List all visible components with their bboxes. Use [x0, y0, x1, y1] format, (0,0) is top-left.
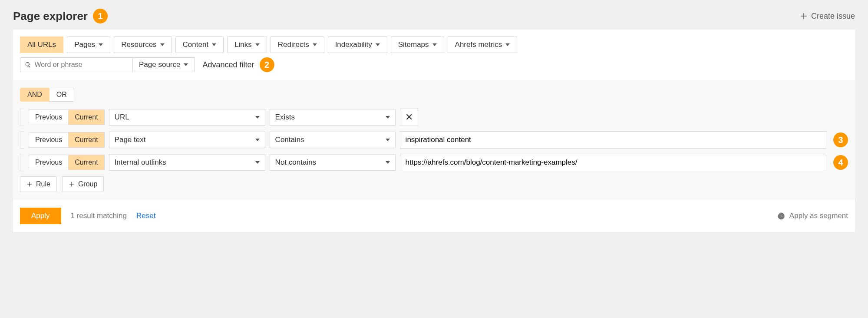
filter-builder: AND OR Previous Current URL Exists — [13, 80, 855, 200]
annotation-wrap-4: 4 — [831, 155, 848, 170]
annotation-3: 3 — [833, 132, 848, 147]
chevron-down-icon — [386, 116, 390, 119]
tab-sitemaps-label: Sitemaps — [398, 40, 429, 49]
current-button[interactable]: Current — [69, 155, 104, 170]
prev-button[interactable]: Previous — [29, 155, 69, 170]
value-input-2[interactable] — [400, 131, 826, 149]
chevron-down-icon — [99, 43, 103, 46]
operator-select-1[interactable]: Exists — [270, 109, 396, 126]
current-button[interactable]: Current — [69, 109, 104, 125]
reset-link[interactable]: Reset — [136, 212, 155, 220]
search-icon — [25, 61, 31, 68]
logic-toggle: AND OR — [20, 88, 848, 102]
add-group-label: Group — [78, 180, 97, 188]
create-issue-label: Create issue — [811, 12, 855, 21]
pie-chart-icon — [777, 212, 785, 220]
advanced-filter-wrap: Advanced filter 2 — [202, 57, 274, 72]
tab-sitemaps[interactable]: Sitemaps — [391, 36, 444, 53]
chevron-down-icon — [160, 43, 165, 46]
rule-row-3: Previous Current Internal outlinks Not c… — [20, 154, 848, 171]
result-count: 1 result matching — [71, 212, 127, 220]
operator-select-2[interactable]: Contains — [270, 132, 396, 148]
prev-current-toggle: Previous Current — [29, 109, 105, 125]
tab-all-urls-label: All URLs — [27, 40, 56, 49]
apply-as-segment-label: Apply as segment — [789, 212, 848, 220]
prev-button[interactable]: Previous — [29, 109, 69, 125]
tab-resources[interactable]: Resources — [114, 36, 172, 53]
apply-as-segment-button[interactable]: Apply as segment — [777, 212, 848, 220]
chevron-down-icon — [376, 43, 380, 46]
page-source-label: Page source — [139, 60, 180, 69]
tab-pages-label: Pages — [74, 40, 95, 49]
chevron-down-icon — [255, 43, 260, 46]
search-input-wrap — [20, 57, 133, 72]
search-row: Page source Advanced filter 2 — [13, 57, 855, 80]
operator-select-2-label: Contains — [275, 136, 304, 144]
advanced-filter-link[interactable]: Advanced filter — [202, 60, 254, 70]
tab-links[interactable]: Links — [227, 36, 267, 53]
title-wrap: Page explorer 1 — [13, 9, 108, 23]
rule-bracket — [20, 131, 24, 149]
operator-select-1-label: Exists — [275, 113, 295, 122]
plus-icon — [69, 181, 75, 187]
prev-current-toggle: Previous Current — [29, 132, 105, 148]
create-issue-button[interactable]: Create issue — [800, 12, 855, 21]
chevron-down-icon — [184, 63, 188, 66]
rule-bracket — [20, 154, 24, 171]
main-panel: All URLs Pages Resources Content Links R… — [13, 30, 855, 232]
search-input[interactable] — [34, 61, 128, 69]
tab-content[interactable]: Content — [175, 36, 224, 53]
chevron-down-icon — [255, 116, 260, 119]
add-rule-label: Rule — [36, 180, 50, 188]
field-select-2-label: Page text — [115, 136, 146, 144]
add-rule-button[interactable]: Rule — [20, 176, 57, 192]
field-select-1-label: URL — [115, 113, 129, 122]
filter-tabs: All URLs Pages Resources Content Links R… — [13, 30, 855, 57]
tab-content-label: Content — [183, 40, 209, 49]
annotation-2: 2 — [260, 57, 274, 72]
rule-bracket — [20, 109, 24, 126]
rule-row-1: Previous Current URL Exists ✕ — [20, 109, 848, 126]
tab-pages[interactable]: Pages — [67, 36, 110, 53]
annotation-4: 4 — [833, 155, 848, 170]
footer-left: Apply 1 result matching Reset — [20, 208, 155, 224]
plus-icon — [800, 12, 808, 20]
chevron-down-icon — [212, 43, 216, 46]
tab-ahrefs-metrics-label: Ahrefs metrics — [455, 40, 502, 49]
tab-all-urls[interactable]: All URLs — [20, 36, 63, 53]
current-button[interactable]: Current — [69, 132, 104, 148]
tab-ahrefs-metrics[interactable]: Ahrefs metrics — [448, 36, 518, 53]
plus-icon — [26, 181, 33, 187]
chevron-down-icon — [313, 43, 317, 46]
chevron-down-icon — [505, 43, 510, 46]
header-row: Page explorer 1 Create issue — [0, 0, 868, 30]
footer-row: Apply 1 result matching Reset Apply as s… — [13, 200, 855, 232]
logic-or[interactable]: OR — [50, 88, 74, 102]
prev-current-toggle: Previous Current — [29, 155, 105, 170]
chevron-down-icon — [432, 43, 437, 46]
remove-rule-button[interactable]: ✕ — [400, 109, 418, 126]
tab-redirects[interactable]: Redirects — [271, 36, 324, 53]
add-group-button[interactable]: Group — [62, 176, 104, 192]
apply-button[interactable]: Apply — [20, 208, 61, 224]
page-source-select[interactable]: Page source — [133, 57, 195, 72]
search-group: Page source — [20, 57, 195, 72]
logic-and[interactable]: AND — [20, 88, 50, 102]
close-icon: ✕ — [405, 112, 413, 123]
chevron-down-icon — [386, 139, 390, 141]
add-buttons-row: Rule Group — [20, 176, 848, 192]
operator-select-3[interactable]: Not contains — [270, 154, 396, 171]
field-select-1[interactable]: URL — [109, 109, 265, 126]
chevron-down-icon — [255, 139, 260, 141]
field-select-2[interactable]: Page text — [109, 132, 265, 148]
value-input-3[interactable] — [400, 154, 826, 171]
prev-button[interactable]: Previous — [29, 132, 69, 148]
field-select-3-label: Internal outlinks — [115, 158, 166, 167]
tab-redirects-label: Redirects — [278, 40, 309, 49]
tab-indexability-label: Indexability — [335, 40, 372, 49]
chevron-down-icon — [386, 161, 390, 164]
tab-links-label: Links — [234, 40, 252, 49]
tab-indexability[interactable]: Indexability — [328, 36, 387, 53]
field-select-3[interactable]: Internal outlinks — [109, 154, 265, 171]
annotation-wrap-3: 3 — [831, 132, 848, 147]
